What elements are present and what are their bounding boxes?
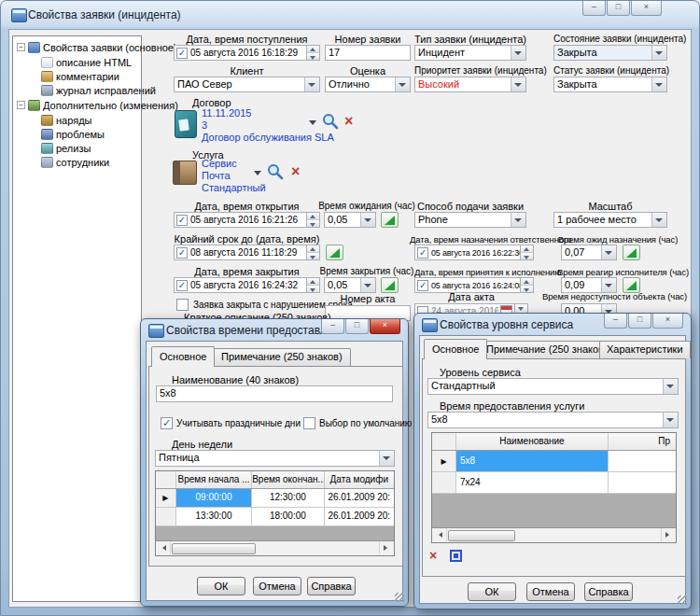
wait-time-graph-button[interactable] xyxy=(381,212,399,228)
contract-search-icon[interactable] xyxy=(321,112,339,130)
checkbox-icon[interactable]: ✓ xyxy=(176,48,188,59)
contract-dropdown-icon[interactable] xyxy=(309,120,316,129)
col-modified[interactable]: Дата модифи xyxy=(325,471,394,488)
wait-time-select[interactable]: 0,05 xyxy=(324,212,376,228)
service-search-icon[interactable] xyxy=(266,162,284,180)
cancel-button[interactable]: Отмена xyxy=(253,577,301,595)
tab-main[interactable]: Основное xyxy=(424,339,487,359)
service-level-select[interactable]: Стандартный xyxy=(427,378,679,395)
close-time-select[interactable]: 0,05 xyxy=(324,277,376,293)
collapse-icon[interactable]: − xyxy=(17,43,25,51)
tab-characteristics[interactable]: Характеристики xyxy=(599,341,691,358)
assign-wait-graph-button[interactable] xyxy=(623,245,640,260)
contract-line[interactable]: Договор обслуживания SLA xyxy=(202,132,334,143)
scrollbar-thumb[interactable] xyxy=(448,530,515,541)
resize-grip[interactable] xyxy=(395,593,404,602)
maximize-button[interactable]: □ xyxy=(345,319,369,334)
tree-item-orders[interactable]: наряды xyxy=(41,114,91,126)
priority-select[interactable]: Высокий xyxy=(414,77,526,92)
overdue-checkbox[interactable] xyxy=(176,299,189,311)
maximize-button[interactable]: □ xyxy=(628,314,651,329)
tree-item-changelog[interactable]: журнал исправлений xyxy=(41,84,156,96)
tree-item-problems[interactable]: проблемы xyxy=(41,128,105,140)
col-start-time[interactable]: Время начала ... xyxy=(176,471,252,488)
collapse-icon[interactable]: − xyxy=(17,101,25,109)
checkbox-icon[interactable]: ✓ xyxy=(176,215,188,226)
default-checkbox[interactable] xyxy=(303,417,315,429)
close-button[interactable]: × xyxy=(652,314,683,329)
resize-grip[interactable] xyxy=(678,595,687,605)
service-time-select[interactable]: 5x8 xyxy=(427,412,679,428)
service-line[interactable]: Стандартный xyxy=(202,182,266,193)
tab-note[interactable]: Примечание (250 знаков) xyxy=(213,348,351,366)
new-row-icon[interactable] xyxy=(450,550,462,562)
help-button[interactable]: Справка xyxy=(584,582,633,601)
contract-delete-icon[interactable]: × xyxy=(344,115,353,128)
help-button[interactable]: Справка xyxy=(307,577,356,595)
spinner[interactable] xyxy=(306,213,319,227)
spinner[interactable] xyxy=(520,245,533,259)
minimize-button[interactable]: – xyxy=(321,319,344,334)
maximize-button[interactable]: □ xyxy=(607,1,630,16)
request-state-select[interactable]: Закрыта xyxy=(553,45,667,61)
deadline-field[interactable]: ✓ 08 августа 2016 11:18:29 xyxy=(174,245,320,260)
contract-line[interactable]: 3 xyxy=(202,119,207,131)
scale-select[interactable]: 1 рабочее место xyxy=(553,212,667,228)
cancel-button[interactable]: Отмена xyxy=(526,582,575,601)
horizontal-scrollbar[interactable] xyxy=(432,527,676,542)
tab-main[interactable]: Основное xyxy=(151,346,215,367)
spinner[interactable] xyxy=(520,278,533,292)
service-line[interactable]: Сервис xyxy=(202,158,237,169)
col-name[interactable]: Наименование xyxy=(456,433,609,450)
date-received-field[interactable]: ✓ 05 августа 2016 16:18:29 xyxy=(174,45,320,61)
spinner[interactable] xyxy=(306,46,319,60)
col-end-time[interactable]: Время окончан... xyxy=(252,471,324,488)
service-delete-icon[interactable]: × xyxy=(291,165,300,178)
scroll-right-icon[interactable] xyxy=(379,541,394,554)
table-row[interactable]: ▶ 09:00:00 12:30:00 26.01.2009 20: xyxy=(156,489,394,508)
rating-select[interactable]: Отлично xyxy=(325,77,411,92)
table-row[interactable]: 7x24 xyxy=(432,472,676,494)
minimize-button[interactable]: – xyxy=(604,314,627,329)
contract-line[interactable]: 11.11.2015 xyxy=(202,107,251,119)
tree-item-releases[interactable]: релизы xyxy=(41,142,91,154)
tree-item-html-description[interactable]: описание HTML xyxy=(41,56,132,68)
request-number-input[interactable]: 17 xyxy=(325,45,411,61)
horizontal-scrollbar[interactable] xyxy=(156,540,394,555)
date-opened-field[interactable]: ✓ 05 августа 2016 16:21:26 xyxy=(174,212,320,228)
close-time-graph-button[interactable] xyxy=(381,277,399,293)
spinner[interactable] xyxy=(306,278,319,292)
tab-note[interactable]: Примечание (250 знаков) xyxy=(479,341,615,358)
checkbox-icon[interactable]: ✓ xyxy=(176,280,188,291)
table-row[interactable]: 13:30:00 18:00:00 26.01.2009 20: xyxy=(156,508,394,526)
ok-button[interactable]: ОК xyxy=(468,582,516,601)
tree-item-additional[interactable]: − Дополнительно (изменения) xyxy=(17,99,178,111)
delete-row-icon[interactable]: × xyxy=(429,550,437,562)
close-button[interactable]: × xyxy=(370,319,400,334)
scroll-left-icon[interactable] xyxy=(432,528,447,541)
minimize-button[interactable]: – xyxy=(582,1,606,16)
close-button[interactable]: × xyxy=(631,1,662,16)
tree-item-properties[interactable]: − Свойства заявки (основное) xyxy=(17,41,177,53)
col-note[interactable]: Пр xyxy=(609,433,676,450)
service-dropdown-icon[interactable] xyxy=(254,171,261,179)
service-line[interactable]: Почта xyxy=(202,170,231,181)
ok-button[interactable]: ОК xyxy=(197,577,245,595)
status-select[interactable]: Закрыта xyxy=(553,77,667,92)
checkbox-icon[interactable]: ✓ xyxy=(417,247,428,259)
client-select[interactable]: ПАО Север xyxy=(174,77,320,92)
deadline-graph-button[interactable] xyxy=(326,245,343,260)
request-type-select[interactable]: Инцидент xyxy=(414,45,526,61)
weekday-select[interactable]: Пятница xyxy=(155,450,395,467)
date-closed-field[interactable]: ✓ 05 августа 2016 16:24:32 xyxy=(174,277,320,293)
scrollbar-thumb[interactable] xyxy=(172,543,256,554)
submit-method-select[interactable]: Phone xyxy=(414,212,526,228)
checkbox-icon[interactable]: ✓ xyxy=(176,247,188,259)
scroll-left-icon[interactable] xyxy=(156,541,171,554)
checkbox-icon[interactable]: ✓ xyxy=(417,280,428,291)
name-input[interactable]: 5x8 xyxy=(156,385,393,402)
tree-item-comments[interactable]: комментарии xyxy=(41,70,119,82)
spinner[interactable] xyxy=(306,245,319,259)
date-assigned-field[interactable]: ✓ 05 августа 2016 16:22:36 xyxy=(414,245,534,260)
table-row[interactable]: ▶ 5x8 xyxy=(432,451,676,472)
